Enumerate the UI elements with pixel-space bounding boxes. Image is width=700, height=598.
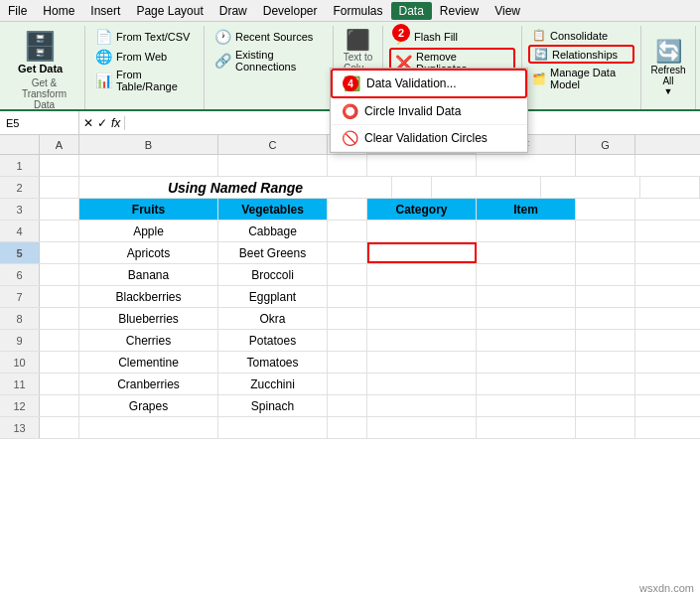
dv-validation-item[interactable]: ✅ Data Validation... 4 <box>331 69 527 98</box>
cell-d7[interactable] <box>328 286 367 307</box>
cell-a11[interactable] <box>40 374 79 394</box>
cell-e10[interactable] <box>367 352 477 373</box>
cell-f2[interactable] <box>541 177 640 198</box>
circle-invalid-item[interactable]: ⭕ Circle Invalid Data <box>331 98 527 125</box>
cell-f12[interactable] <box>477 395 576 416</box>
cell-b13[interactable] <box>79 417 218 438</box>
cell-d3[interactable] <box>328 199 367 220</box>
cell-b12[interactable]: Grapes <box>79 395 218 416</box>
cell-d12[interactable] <box>328 395 367 416</box>
menu-draw[interactable]: Draw <box>211 2 255 20</box>
cell-f11[interactable] <box>477 374 576 394</box>
consolidate-button[interactable]: 📋 Consolidate <box>528 28 634 43</box>
cell-a10[interactable] <box>40 352 79 373</box>
cell-c10[interactable]: Tomatoes <box>218 352 328 373</box>
cell-b7[interactable]: Blackberries <box>79 286 218 307</box>
relationships-button[interactable]: 🔄 Relationships <box>528 45 634 64</box>
menu-developer[interactable]: Developer <box>255 2 326 20</box>
cell-g11[interactable] <box>576 374 635 394</box>
cell-d4[interactable] <box>328 221 367 241</box>
cell-d1[interactable] <box>328 155 367 176</box>
cell-g2[interactable] <box>640 177 700 198</box>
cell-c11[interactable]: Zucchini <box>218 374 328 394</box>
cell-f5[interactable] <box>477 242 576 263</box>
cell-a5[interactable] <box>40 242 79 263</box>
from-text-csv-button[interactable]: 📄 From Text/CSV <box>91 28 198 46</box>
cell-c6[interactable]: Broccoli <box>218 264 328 285</box>
cell-g7[interactable] <box>576 286 635 307</box>
cell-g1[interactable] <box>576 155 635 176</box>
cell-c4[interactable]: Cabbage <box>218 221 328 241</box>
cell-e5-selected[interactable] <box>367 242 477 263</box>
cell-d10[interactable] <box>328 352 367 373</box>
cell-a4[interactable] <box>40 221 79 241</box>
menu-home[interactable]: Home <box>35 2 82 20</box>
cell-c13[interactable] <box>218 417 328 438</box>
cell-f6[interactable]: ↑ 1 Select the cell <box>477 264 576 285</box>
from-table-button[interactable]: 📊 From Table/Range <box>91 68 198 93</box>
clear-validation-item[interactable]: 🚫 Clear Validation Circles <box>331 125 527 152</box>
cell-d11[interactable] <box>328 374 367 394</box>
cell-b10[interactable]: Clementine <box>79 352 218 373</box>
cell-a12[interactable] <box>40 395 79 416</box>
cell-e9[interactable] <box>367 330 477 351</box>
cell-a2[interactable] <box>40 177 79 198</box>
cell-b4[interactable]: Apple <box>79 221 218 241</box>
cell-d8[interactable] <box>328 308 367 329</box>
cell-g3[interactable] <box>576 199 635 220</box>
cell-c12[interactable]: Spinach <box>218 395 328 416</box>
menu-view[interactable]: View <box>487 2 528 20</box>
cell-g9[interactable] <box>576 330 635 351</box>
cell-e2[interactable] <box>432 177 541 198</box>
cell-c8[interactable]: Okra <box>218 308 328 329</box>
cell-a3[interactable] <box>40 199 79 220</box>
cell-g8[interactable] <box>576 308 635 329</box>
cell-a7[interactable] <box>40 286 79 307</box>
cell-a6[interactable] <box>40 264 79 285</box>
cell-c7[interactable]: Eggplant <box>218 286 328 307</box>
existing-connections-button[interactable]: 🔗 Existing Connections <box>210 48 327 74</box>
cell-d2[interactable] <box>392 177 432 198</box>
cell-b11[interactable]: Cranberries <box>79 374 218 394</box>
cell-e12[interactable] <box>367 395 477 416</box>
get-data-button[interactable]: 🗄️ Get Data <box>10 28 70 76</box>
cell-a13[interactable] <box>40 417 79 438</box>
cell-b1[interactable] <box>79 155 218 176</box>
text-col-icon[interactable]: ⬛ <box>346 28 370 52</box>
cell-e1[interactable] <box>367 155 477 176</box>
cell-f9[interactable] <box>477 330 576 351</box>
cell-g10[interactable] <box>576 352 635 373</box>
cell-f7[interactable] <box>477 286 576 307</box>
cell-c1[interactable] <box>218 155 328 176</box>
menu-page-layout[interactable]: Page Layout <box>128 2 210 20</box>
cell-g13[interactable] <box>576 417 635 438</box>
cell-b6[interactable]: Banana <box>79 264 218 285</box>
cell-g12[interactable] <box>576 395 635 416</box>
cell-d9[interactable] <box>328 330 367 351</box>
menu-formulas[interactable]: Formulas <box>325 2 390 20</box>
cell-f13[interactable] <box>477 417 576 438</box>
cell-a9[interactable] <box>40 330 79 351</box>
cell-d6[interactable] <box>328 264 367 285</box>
fx-icon[interactable]: fx <box>111 116 120 130</box>
refresh-all-button[interactable]: 🔄 Refresh All ▼ <box>641 26 696 109</box>
cell-b5[interactable]: Apricots <box>79 242 218 263</box>
cell-c9[interactable]: Potatoes <box>218 330 328 351</box>
cell-f4[interactable] <box>477 221 576 241</box>
cancel-icon[interactable]: ✕ <box>83 116 93 130</box>
menu-insert[interactable]: Insert <box>82 2 128 20</box>
cell-f10[interactable] <box>477 352 576 373</box>
cell-e4[interactable] <box>367 221 477 241</box>
from-web-button[interactable]: 🌐 From Web <box>91 48 198 66</box>
menu-data[interactable]: Data <box>391 2 432 20</box>
cell-f8[interactable] <box>477 308 576 329</box>
cell-g6[interactable] <box>576 264 635 285</box>
cell-e13[interactable] <box>367 417 477 438</box>
cell-a1[interactable] <box>40 155 79 176</box>
cell-g5[interactable] <box>576 242 635 263</box>
confirm-icon[interactable]: ✓ <box>97 116 107 130</box>
cell-e11[interactable] <box>367 374 477 394</box>
cell-b8[interactable]: Blueberries <box>79 308 218 329</box>
cell-c5[interactable]: Beet Greens <box>218 242 328 263</box>
menu-review[interactable]: Review <box>432 2 487 20</box>
